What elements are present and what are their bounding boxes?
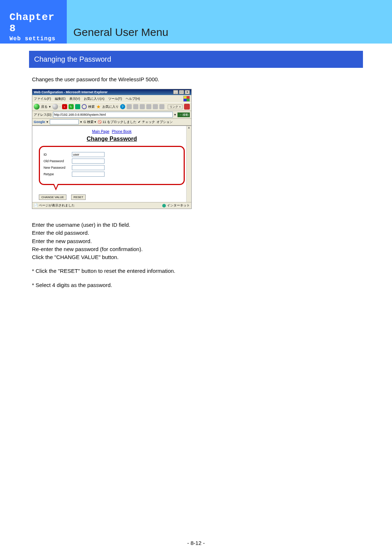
page-number: - 8-12 - [0, 540, 392, 546]
dropdown-icon[interactable]: ▾ [49, 105, 51, 108]
menu-view[interactable]: 表示(V) [69, 97, 80, 101]
close-icon[interactable]: × [185, 90, 190, 94]
ie-toolbar: 戻る ▾ · × ↻ 検索 ★ お気に入り ? リンク » [32, 102, 191, 111]
address-dropdown-icon[interactable]: ▾ [174, 113, 176, 116]
refresh-icon[interactable]: ↻ [69, 104, 74, 109]
toolbar-misc-4-icon[interactable] [146, 104, 151, 109]
menu-edit[interactable]: 編集(E) [55, 97, 66, 101]
search-icon[interactable] [82, 104, 87, 109]
form-buttons: CHANGE VALUE RESET [39, 194, 191, 200]
old-password-input[interactable] [72, 159, 105, 164]
instruction-line-2: Enter the old password. [32, 229, 359, 237]
links-button[interactable]: リンク » [168, 104, 183, 109]
window-buttons: _ □ × [173, 90, 190, 94]
ie-titlebar: Web Configuration - Microsoft Internet E… [32, 89, 191, 95]
status-zone: インターネット [162, 203, 190, 208]
status-text: 📄 ページが表示されました [34, 203, 75, 208]
favorites-label[interactable]: お気に入り [102, 104, 119, 109]
toolbar-misc-1-icon[interactable] [127, 104, 132, 109]
ie-menubar: ファイル(F) 編集(E) 表示(V) お気に入り(A) ツール(T) ヘルプ(… [32, 95, 191, 102]
address-input[interactable] [53, 112, 173, 118]
windows-flag-icon [183, 96, 190, 102]
content-top-links: Main Page Phone Book [32, 130, 191, 134]
toolbar-misc-2-icon[interactable] [133, 104, 138, 109]
google-search-button[interactable]: G 検索 ▾ [83, 120, 96, 124]
new-password-input[interactable] [72, 165, 105, 170]
google-blocked[interactable]: 🚫 11 をブロックしました [98, 120, 136, 124]
google-options[interactable]: オプション [156, 120, 173, 124]
chapter-subtitle: Web settings [9, 36, 63, 42]
address-label: アドレス(D) [34, 112, 52, 117]
callout-arrow-icon [53, 184, 59, 190]
instruction-line-4: Re-enter the new password (for confirmat… [32, 246, 359, 253]
reset-button[interactable]: RESET [71, 194, 86, 200]
highlighted-form-box: ID Old Password New Password Retype [39, 146, 185, 185]
menu-file[interactable]: ファイル(F) [34, 97, 51, 101]
toolbar-misc-5-icon[interactable] [153, 104, 158, 109]
page-header: General User Menu [67, 0, 392, 44]
scrollbar[interactable] [186, 126, 191, 202]
toolbar-misc-3-icon[interactable] [140, 104, 145, 109]
menu-tools[interactable]: ツール(T) [108, 97, 122, 101]
google-label: Google [34, 120, 45, 124]
content-heading: Change Password [32, 136, 191, 142]
retype-label: Retype [44, 172, 72, 176]
instruction-line-1: Enter the username (user) in the ID fiel… [32, 221, 359, 229]
stop-icon[interactable]: × [62, 104, 67, 109]
intro-text: Changes the user password for the Wirele… [32, 76, 359, 82]
instructions-block: Enter the username (user) in the ID fiel… [32, 221, 359, 290]
section-heading: Changing the Password [29, 51, 363, 68]
minimize-icon[interactable]: _ [173, 90, 178, 94]
back-icon[interactable] [34, 104, 40, 110]
link-main-page[interactable]: Main Page [92, 130, 109, 134]
back-label[interactable]: 戻る [41, 104, 48, 109]
forward-icon[interactable] [52, 104, 58, 110]
instruction-line-3: Enter the new password. [32, 238, 359, 245]
search-label[interactable]: 検索 [88, 104, 95, 109]
page-title: General User Menu [73, 26, 168, 38]
menu-help[interactable]: ヘルプ(H) [126, 97, 140, 101]
google-dropdown-icon[interactable]: ▾ [46, 120, 48, 124]
norton-icon[interactable] [184, 104, 190, 110]
internet-zone-icon [162, 204, 166, 208]
help-icon[interactable]: ? [120, 104, 125, 109]
ie-window: Web Configuration - Microsoft Internet E… [32, 89, 192, 209]
instruction-note-1: * Click the "RESET" button to reset the … [32, 267, 359, 275]
chapter-sidebar: Chapter 8 Web settings [0, 0, 67, 44]
go-button[interactable]: 移動 [177, 112, 190, 117]
retype-input[interactable] [72, 172, 105, 177]
ie-statusbar: 📄 ページが表示されました インターネット [32, 202, 191, 209]
toolbar-misc-6-icon[interactable] [159, 104, 164, 109]
id-label: ID [44, 153, 72, 156]
maximize-icon[interactable]: □ [179, 90, 184, 94]
ie-content: Main Page Phone Book Change Password ID … [32, 126, 191, 202]
change-value-button[interactable]: CHANGE VALUE [39, 194, 66, 200]
separator: · [60, 105, 61, 108]
id-input[interactable] [72, 152, 105, 157]
google-toolbar: Google ▾ ▾ G 検索 ▾ 🚫 11 をブロックしました ✔ チェック … [32, 119, 191, 126]
status-zone-text: インターネット [167, 203, 190, 208]
google-search-input[interactable] [50, 119, 79, 124]
instruction-line-5: Click the "CHANGE VALUE" button. [32, 254, 359, 261]
new-password-label: New Password [44, 166, 72, 169]
chapter-label: Chapter 8 [9, 12, 63, 34]
google-check[interactable]: ✔ チェック [138, 120, 155, 124]
link-phone-book[interactable]: Phone Book [112, 130, 132, 134]
ie-addressbar: アドレス(D) ▾ 移動 [32, 111, 191, 119]
favorites-icon[interactable]: ★ [96, 104, 101, 110]
instruction-note-2: * Select 4 digits as the password. [32, 282, 359, 289]
google-input-dropdown-icon[interactable]: ▾ [80, 120, 82, 124]
old-password-label: Old Password [44, 159, 72, 163]
ie-title-text: Web Configuration - Microsoft Internet E… [34, 90, 107, 94]
home-icon[interactable] [75, 104, 80, 109]
menu-favorites[interactable]: お気に入り(A) [84, 97, 105, 101]
